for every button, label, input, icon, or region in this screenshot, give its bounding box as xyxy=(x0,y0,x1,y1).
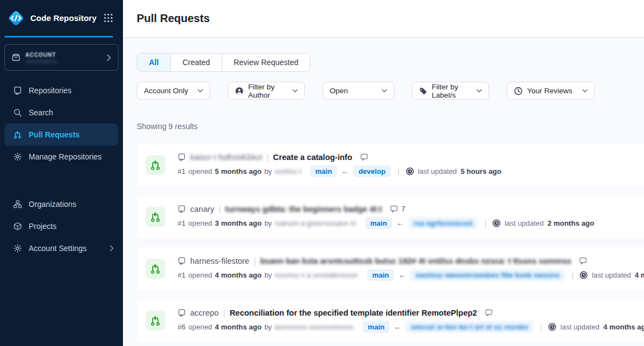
vertical-divider: | xyxy=(398,167,399,175)
sidebar-item-label: Repositories xyxy=(29,86,72,95)
author-name[interactable]: nssmss n a srvstattvssssn xyxy=(275,271,358,279)
pr-row[interactable]: canary | turnways gdbta: the beginners b… xyxy=(137,195,644,238)
sidebar-item-account-settings[interactable]: Account Settings xyxy=(4,237,119,259)
opened-label: opened xyxy=(188,167,212,175)
sidebar-item-label: Manage Repositories xyxy=(29,152,101,161)
last-updated-clock-icon xyxy=(492,219,501,227)
chevron-down-icon xyxy=(292,89,298,93)
last-updated-label: last updated xyxy=(592,271,631,279)
separator: | xyxy=(267,153,269,162)
source-branch-badge[interactable]: rsa sgrfsrzvscsst xyxy=(409,217,477,229)
source-branch-badge[interactable]: swstssz wwssmrswsbev filw bsnk swssns xyxy=(410,269,565,281)
filter-state-open[interactable]: Open xyxy=(323,82,394,100)
filter-by-label[interactable]: Filter by Label/s xyxy=(412,82,489,100)
account-name-redacted xyxy=(25,60,57,63)
sidebar-nav: Repositories Search Pull xyxy=(0,79,123,259)
repo-name[interactable]: accrepo xyxy=(190,308,219,317)
target-branch-badge[interactable]: main xyxy=(310,166,337,177)
target-branch-badge[interactable]: main xyxy=(363,321,389,333)
pr-title[interactable]: Reconciliation for the specified templat… xyxy=(229,308,477,317)
user-icon xyxy=(235,87,244,95)
by-label: by xyxy=(264,167,272,175)
comments-indicator[interactable] xyxy=(360,153,372,161)
vertical-divider: | xyxy=(540,323,542,331)
by-label: by xyxy=(264,219,272,227)
target-branch-badge[interactable]: main xyxy=(367,269,394,281)
pr-list: kaiscr-t fsdhst4t3Act | Create a catalog… xyxy=(137,143,644,342)
last-updated-clock-icon xyxy=(406,167,414,175)
opened-ago: 4 months ago xyxy=(215,271,262,279)
repo-name[interactable]: kaiscr-t fsdhst4t3Act xyxy=(190,153,262,162)
tab-review-requested[interactable]: Review Requested xyxy=(222,54,310,71)
author-name[interactable]: rsanum a-greensnsace nt xyxy=(275,219,356,227)
sidebar-item-pull-requests[interactable]: Pull Requests xyxy=(4,124,119,146)
separator: | xyxy=(223,308,226,317)
filter-account-only[interactable]: Account Only xyxy=(137,82,210,100)
opened-ago: 5 months ago xyxy=(215,167,262,175)
comments-indicator[interactable] xyxy=(485,308,496,317)
vertical-divider: | xyxy=(485,219,486,227)
sidebar-item-manage-repositories[interactable]: Manage Repositories xyxy=(4,146,119,168)
pr-number: #1 xyxy=(178,219,185,227)
pr-row[interactable]: accrepo | Reconciliation for the specifi… xyxy=(137,299,644,342)
last-updated-label: last updated xyxy=(505,219,544,227)
tab-all[interactable]: All xyxy=(137,54,170,71)
comment-count: 7 xyxy=(401,205,406,213)
organizations-icon xyxy=(13,200,22,209)
comments-indicator[interactable]: 7 xyxy=(390,205,406,213)
sidebar-item-label: Search xyxy=(29,108,53,117)
sidebar-item-label: Organizations xyxy=(29,200,76,209)
pr-open-state-icon xyxy=(146,259,165,279)
chevron-down-icon xyxy=(476,89,482,93)
pull-request-icon xyxy=(13,130,22,139)
last-updated-label: last updated xyxy=(560,323,599,331)
pr-tabs: All Created Review Requested xyxy=(137,53,310,72)
opened-label: opened xyxy=(188,323,212,331)
opened-label: opened xyxy=(188,219,212,227)
sidebar-item-projects[interactable]: Projects xyxy=(4,215,119,237)
page-header: Pull Requests xyxy=(123,0,644,38)
sidebar-item-repositories[interactable]: Repositories xyxy=(4,79,119,102)
merge-direction-arrow: ← xyxy=(398,270,406,279)
filter-label: Your Reviews xyxy=(527,87,572,95)
by-label: by xyxy=(264,271,272,279)
pr-title[interactable]: bsann kan ksta arsntcsuttssb butsc 182# … xyxy=(260,257,571,265)
comments-indicator[interactable] xyxy=(579,257,591,265)
last-updated-clock-icon xyxy=(548,323,556,331)
pr-title[interactable]: Create a catalog-info xyxy=(273,153,352,162)
filter-label: Filter by Author xyxy=(248,83,288,99)
page-title: Pull Requests xyxy=(137,12,210,25)
pr-number: #1 xyxy=(178,167,185,175)
chevron-down-icon xyxy=(382,89,387,93)
nav-section-gap xyxy=(4,168,119,193)
target-branch-badge[interactable]: main xyxy=(366,217,392,229)
source-branch-badge[interactable]: develop xyxy=(353,166,390,177)
app-switcher-grid-icon[interactable] xyxy=(103,12,114,24)
opened-label: opened xyxy=(188,271,212,279)
merge-direction-arrow: ← xyxy=(396,219,404,227)
last-updated-clock-icon xyxy=(579,271,588,279)
content: All Created Review Requested Account Onl… xyxy=(123,38,644,346)
pr-row[interactable]: harness-filestore | bsann kan ksta arsnt… xyxy=(137,247,644,290)
updated-ago: 5 hours ago xyxy=(461,167,502,175)
filter-your-reviews[interactable]: Your Reviews xyxy=(507,82,595,100)
repo-name[interactable]: harness-filestore xyxy=(190,257,249,265)
account-selector[interactable]: ACCOUNT xyxy=(4,44,119,71)
app-title: Code Repository xyxy=(30,13,97,23)
sidebar-item-organizations[interactable]: Organizations xyxy=(4,193,119,215)
author-name[interactable]: nxshss t xyxy=(275,167,301,175)
pr-row[interactable]: kaiscr-t fsdhst4t3Act | Create a catalog… xyxy=(137,143,644,186)
last-updated-label: last updated xyxy=(418,167,457,175)
author-name[interactable]: wsrsvsvss svsrsvsmvsvs xyxy=(275,323,353,331)
tab-created[interactable]: Created xyxy=(170,54,222,71)
repo-name[interactable]: canary xyxy=(190,205,214,214)
opened-ago: 3 months ago xyxy=(215,219,262,227)
source-branch-badge[interactable]: smrsst sr-bsr-bs-t srt st ss vsvsbs xyxy=(406,321,533,333)
filter-by-author[interactable]: Filter by Author xyxy=(228,82,305,100)
sidebar-item-search[interactable]: Search xyxy=(4,102,119,124)
updated-ago: 4 months ago xyxy=(635,271,644,279)
repo-icon xyxy=(178,153,186,161)
sidebar-item-label: Account Settings xyxy=(29,244,87,253)
chevron-right-icon xyxy=(110,245,114,252)
pr-title[interactable]: turnways gdbta: the beginners badge 4t:t xyxy=(225,205,382,214)
